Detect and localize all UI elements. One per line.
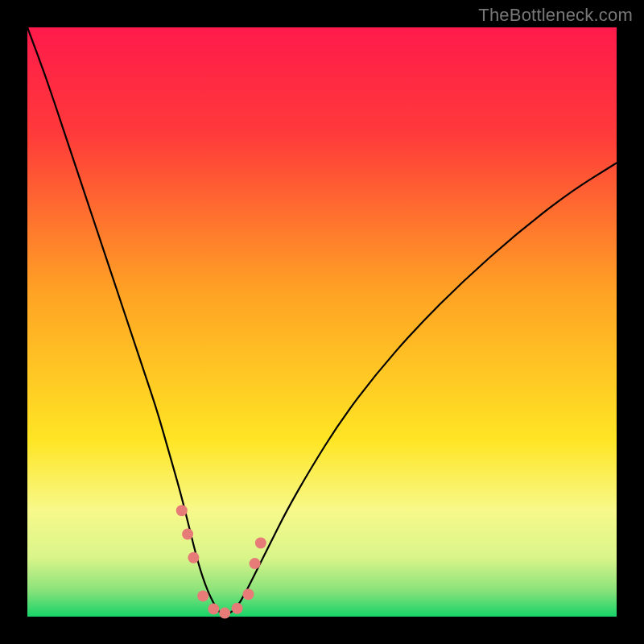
marker-dot [243, 588, 254, 600]
marker-dot [182, 529, 193, 540]
plot-area [27, 27, 617, 617]
marker-dot [255, 538, 266, 549]
watermark-text: TheBottleneck.com [478, 5, 633, 26]
marker-dot [197, 590, 208, 601]
marker-dot [232, 603, 243, 614]
bottleneck-chart [0, 0, 644, 644]
marker-dot [250, 558, 261, 569]
marker-dot [208, 603, 219, 614]
chart-stage: TheBottleneck.com [0, 0, 644, 644]
marker-dot [188, 552, 199, 564]
marker-dot [219, 608, 230, 619]
marker-dot [176, 505, 188, 516]
